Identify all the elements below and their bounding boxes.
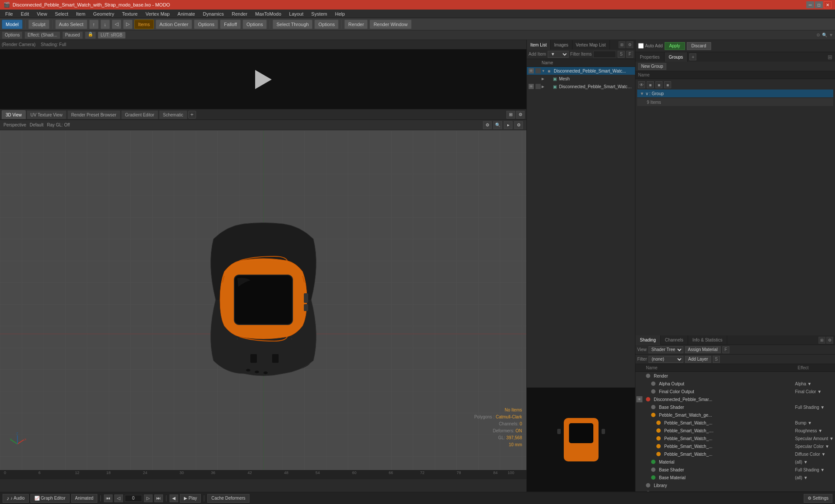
settings-btn[interactable]: ⚙ Settings (804, 494, 832, 503)
menu-animate[interactable]: Animate (174, 10, 198, 17)
options-btn-1[interactable]: Options (194, 20, 218, 29)
items-btn[interactable]: Items (134, 20, 154, 29)
shader-library[interactable]: Library (635, 481, 835, 489)
render-window-btn[interactable]: Render Window (369, 20, 411, 29)
pb-play-back[interactable]: ◀ (170, 494, 178, 502)
menu-item[interactable]: Item (73, 10, 89, 17)
animated-btn[interactable]: Animated (71, 494, 97, 503)
filter-input[interactable] (593, 51, 616, 58)
vis-btn-0b[interactable] (536, 68, 541, 73)
tab-gradient-editor[interactable]: Gradient Editor (121, 110, 158, 119)
vp-render-btn[interactable]: ▸ (504, 121, 512, 129)
select-through-btn[interactable]: Select Through (273, 20, 313, 29)
tab-channels[interactable]: Channels (661, 335, 688, 345)
settings-panel-btn[interactable]: ⚙ (626, 41, 633, 48)
tab-groups[interactable]: Groups (665, 52, 688, 62)
menu-edit[interactable]: Edit (17, 10, 33, 17)
tab-render-browser[interactable]: Render Preset Browser (67, 110, 120, 119)
expand-arrow-2[interactable]: ▶ (542, 85, 546, 89)
menu-render[interactable]: Render (228, 10, 251, 17)
shading-tree[interactable]: Render Alpha Output Alpha ▼ (635, 372, 835, 491)
minimize-btn[interactable]: ─ (806, 1, 814, 8)
tab-3d-view[interactable]: 3D View (2, 110, 26, 119)
assign-material-btn[interactable]: Assign Material (685, 346, 721, 353)
timeline-track[interactable] (0, 479, 526, 492)
shading-f-btn[interactable]: F (722, 346, 729, 353)
apply-btn[interactable]: Apply (665, 42, 685, 50)
viewport-3d[interactable]: No Items Polygons : Catmull-Clark Channe… (0, 130, 526, 470)
add-item-select[interactable]: ▼ (548, 51, 569, 58)
filter-select[interactable]: (none) (649, 356, 683, 363)
nav-btn-1[interactable]: ↑ (89, 20, 99, 29)
auto-add-checkbox[interactable] (638, 43, 644, 49)
add-layer-btn[interactable]: Add Layer (685, 356, 711, 363)
new-group-btn[interactable]: New Group (638, 63, 666, 70)
eye-disconnected[interactable]: 👁 (636, 396, 642, 402)
vp-cam-btn[interactable]: ⚙ (483, 121, 492, 129)
shader-alpha[interactable]: Alpha Output Alpha ▼ (635, 380, 835, 388)
nav-btn-2[interactable]: ↓ (100, 20, 110, 29)
render-btn[interactable]: Render (344, 20, 368, 29)
filter-s-btn[interactable]: S (618, 51, 625, 58)
group-item-1[interactable]: 9 Items (637, 98, 833, 106)
shader-base-1[interactable]: Base Shader Full Shading ▼ (635, 403, 835, 411)
shader-tex-rough[interactable]: Pebble_Smart_Watch_.... Roughness ▼ (635, 427, 835, 434)
maximize-btn[interactable]: □ (815, 1, 823, 8)
group-check-btn-3[interactable]: ■ (664, 81, 671, 88)
shader-tex-spec-col[interactable]: Pebble_Smart_Watch_... Specular Color ▼ (635, 442, 835, 450)
props-expand-btn[interactable]: ⊞ (826, 53, 833, 60)
menu-file[interactable]: File (2, 10, 17, 17)
audio-btn[interactable]: ♪ ♪ Audio (3, 494, 29, 503)
frame-input[interactable] (125, 495, 142, 502)
vis-btn-2[interactable]: 👁 (529, 84, 534, 89)
effect-btn[interactable]: Effect: (Shadi... (24, 31, 60, 39)
auto-select-btn[interactable]: Auto Select (55, 20, 87, 29)
pb-skip-end[interactable]: ⏭ (154, 494, 163, 502)
tree-item-1[interactable]: ▶ ▣ Mesh (527, 75, 635, 83)
view-select[interactable]: Shader Tree (649, 346, 683, 353)
shading-expand-btn[interactable]: ⊞ (818, 337, 825, 344)
vp-extra-btn[interactable]: ⚙ (514, 121, 523, 129)
nav-btn-3[interactable]: ◁ (112, 20, 121, 29)
groups-content[interactable]: 👁 ■ ■ ■ ▼ v : Group 9 Items (635, 79, 835, 335)
shader-disconnected[interactable]: 👁 Disconnected_Pebble_Smar... (635, 395, 835, 403)
shader-final-color[interactable]: Final Color Output Final Color ▼ (635, 388, 835, 395)
tree-item-2[interactable]: 👁 ▶ ▣ Disconnected_Pebble_Smart_Watch_wi… (527, 83, 635, 90)
nav-btn-4[interactable]: ▷ (123, 20, 133, 29)
timeline-ruler[interactable]: 0 6 12 18 24 30 36 42 48 54 60 66 72 78 … (0, 471, 526, 479)
tab-info[interactable]: Info & Statistics (688, 335, 727, 345)
play-btn[interactable]: ▶ Play (180, 494, 201, 503)
pb-skip-start[interactable]: ⏮ (104, 494, 113, 502)
vp-zoom-btn[interactable]: 🔍 (493, 121, 502, 129)
group-check-btn-1[interactable]: ■ (647, 81, 654, 88)
tab-vertex-map[interactable]: Vertex Map List (572, 40, 610, 50)
tab-shading[interactable]: Shading (635, 335, 661, 345)
group-item-0[interactable]: ▼ v : Group (637, 90, 833, 97)
shader-base-mat[interactable]: Base Material (all) ▼ (635, 474, 835, 481)
expand-arrow-1[interactable]: ▶ (542, 77, 546, 81)
tree-area[interactable]: 👁 ▼ ■ Disconnected_Pebble_Smart_Watc... … (527, 67, 635, 388)
add-viewport-tab[interactable]: + (188, 111, 196, 119)
shading-settings-btn[interactable]: ⚙ (826, 337, 833, 344)
falloff-btn[interactable]: Falloff (220, 20, 241, 29)
menu-vertex-map[interactable]: Vertex Map (142, 10, 173, 17)
shader-nodes[interactable]: Nodes (635, 489, 835, 491)
tab-uv-texture[interactable]: UV Texture View (27, 110, 67, 119)
tab-schematic[interactable]: Schematic (159, 110, 187, 119)
menu-texture[interactable]: Texture (119, 10, 141, 17)
expand-arrow-0[interactable]: ▼ (542, 69, 546, 73)
tab-properties[interactable]: Properties (635, 52, 665, 62)
menu-dynamics[interactable]: Dynamics (200, 10, 227, 17)
play-button[interactable] (253, 69, 274, 90)
options-extra-btn[interactable]: Options (2, 31, 23, 39)
menu-geometry[interactable]: Geometry (90, 10, 117, 17)
menu-select[interactable]: Select (51, 10, 72, 17)
model-btn[interactable]: Model (2, 20, 23, 29)
shader-tex-spec-amt[interactable]: Pebble_Smart_Watch_... Specular Amount ▼ (635, 434, 835, 442)
cache-btn[interactable]: Cache Deformers (207, 494, 249, 503)
menu-layout[interactable]: Layout (286, 10, 307, 17)
shader-render[interactable]: Render (635, 372, 835, 380)
close-btn[interactable]: ✕ (824, 1, 832, 8)
sculpt-btn[interactable]: Sculpt (28, 20, 50, 29)
shader-base-2[interactable]: Base Shader Full Shading ▼ (635, 466, 835, 474)
